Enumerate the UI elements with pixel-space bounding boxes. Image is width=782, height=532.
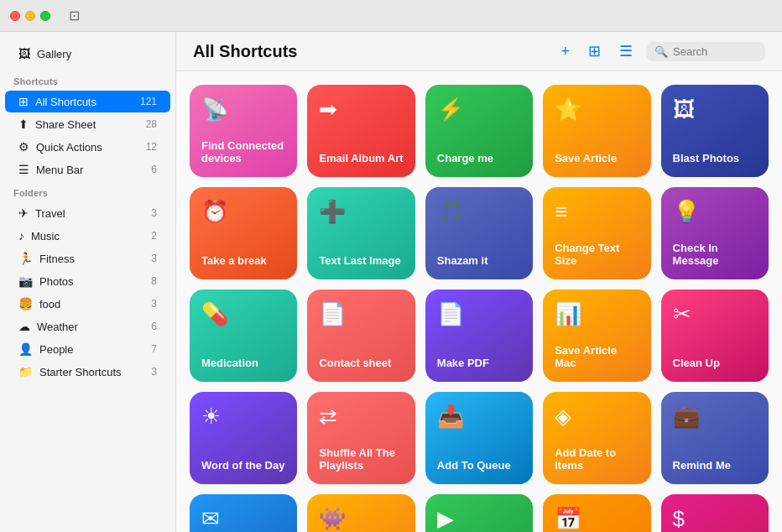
shortcut-card-email-myself[interactable]: ✉Email Myself — [190, 494, 297, 532]
contact-sheet-label: Contact sheet — [319, 357, 403, 370]
gallery-label: Gallery — [37, 48, 157, 60]
gallery-icon: 🖼 — [18, 47, 30, 60]
search-box: 🔍 — [646, 42, 765, 61]
maximize-button[interactable] — [40, 11, 50, 21]
list-view-button[interactable]: ☰ — [614, 40, 638, 62]
shortcut-card-text-last-image[interactable]: ➕Text Last Image — [307, 187, 414, 279]
shortcut-card-shazam-it[interactable]: 🎵Shazam it — [425, 187, 533, 279]
calculate-tip-icon: $ — [673, 506, 757, 532]
word-of-the-day-icon: ☀ — [201, 404, 285, 430]
share-sheet-icon: ⬆ — [18, 117, 29, 131]
shortcut-card-medication[interactable]: 💊Medication — [190, 289, 297, 382]
shortcut-card-add-date-to-items[interactable]: ◈Add Date to Items — [543, 392, 650, 484]
food-label: food — [39, 298, 144, 310]
remind-me-icon: 💼 — [673, 404, 757, 430]
title-bar: ⊡ — [0, 0, 782, 32]
add-to-queue-icon: 📥 — [437, 404, 521, 430]
shortcut-card-how-many-days-until[interactable]: 📅How Many Days Until — [543, 494, 650, 532]
page-title: All Shortcuts — [193, 42, 555, 61]
make-pdf-label: Make PDF — [437, 357, 521, 370]
sidebar-item-quick-actions[interactable]: ⚙Quick Actions12 — [5, 136, 170, 158]
starter-shortcuts-label: Starter Shortcuts — [39, 366, 144, 378]
shortcut-card-add-to-queue[interactable]: 📥Add To Queue — [425, 392, 533, 484]
shortcut-card-save-article-mac[interactable]: 📊Save Article Mac — [543, 289, 650, 382]
quick-actions-label: Quick Actions — [36, 141, 139, 154]
people-icon: 👤 — [18, 342, 33, 356]
search-input[interactable] — [673, 45, 757, 58]
shuffle-all-the-playlists-label: Shuffle All The Playlists — [319, 446, 403, 472]
sidebar-item-food[interactable]: 🍔food3 — [5, 293, 170, 315]
header-actions: + ⊞ ☰ 🔍 — [555, 40, 765, 62]
save-article-icon: ⭐ — [555, 96, 639, 123]
sidebar-item-fitness[interactable]: 🏃Fitness3 — [5, 248, 170, 269]
shazam-it-label: Shazam it — [437, 254, 521, 268]
shortcut-card-make-pdf[interactable]: 📄Make PDF — [425, 289, 533, 382]
blast-photos-label: Blast Photos — [673, 152, 757, 165]
sidebar-item-share-sheet[interactable]: ⬆Share Sheet28 — [5, 113, 170, 135]
word-of-the-day-label: Word of the Day — [201, 459, 285, 472]
close-button[interactable] — [10, 11, 20, 21]
shortcut-card-save-article[interactable]: ⭐Save Article — [543, 85, 650, 177]
fitness-icon: 🏃 — [18, 252, 33, 265]
minimize-button[interactable] — [25, 11, 35, 21]
shuffle-all-the-playlists-icon: ⇄ — [319, 404, 403, 430]
shortcut-card-calculate-tip[interactable]: $Calculate Tip — [661, 494, 769, 532]
starter-shortcuts-count: 3 — [151, 366, 157, 378]
shortcut-card-email-album-art[interactable]: ➡Email Album Art — [307, 85, 414, 177]
fitness-count: 3 — [151, 253, 157, 264]
sidebar-toggle-button[interactable]: ⊡ — [64, 6, 85, 25]
shortcut-card-clean-up[interactable]: ✂Clean Up — [661, 289, 769, 382]
text-last-image-label: Text Last Image — [319, 254, 403, 268]
shortcut-card-charge-me[interactable]: ⚡Charge me — [425, 85, 533, 177]
grid-view-button[interactable]: ⊞ — [583, 40, 606, 62]
contact-sheet-icon: 📄 — [319, 301, 403, 327]
sidebar-item-photos[interactable]: 📷Photos8 — [5, 270, 170, 292]
text-last-image-icon: ➕ — [319, 199, 403, 225]
sidebar: 🖼 Gallery Shortcuts⊞All Shortcuts121⬆Sha… — [0, 32, 176, 532]
blast-photos-icon: 🖼 — [673, 96, 757, 123]
gas-on-this-street-icon: 👾 — [319, 506, 403, 532]
fitness-label: Fitness — [39, 253, 144, 265]
how-many-days-until-icon: 📅 — [555, 506, 639, 532]
sidebar-item-gallery[interactable]: 🖼 Gallery — [5, 43, 170, 65]
shortcut-card-shuffle-all-the-playlists[interactable]: ⇄Shuffle All The Playlists — [307, 392, 414, 484]
sidebar-sections: Shortcuts⊞All Shortcuts121⬆Share Sheet28… — [0, 70, 175, 383]
all-shortcuts-label: All Shortcuts — [35, 96, 133, 108]
medication-label: Medication — [201, 357, 285, 370]
shortcut-card-blast-photos[interactable]: 🖼Blast Photos — [661, 85, 769, 177]
save-article-mac-icon: 📊 — [555, 301, 639, 327]
shortcut-card-sort-lines[interactable]: ▶Sort Lines — [425, 494, 533, 532]
weather-label: Weather — [37, 321, 144, 333]
shortcut-card-take-a-break[interactable]: ⏰Take a break — [190, 187, 297, 279]
weather-icon: ☁ — [18, 320, 30, 333]
find-connected-devices-icon: 📡 — [201, 96, 285, 123]
main-content: All Shortcuts + ⊞ ☰ 🔍 📡Find Connected de… — [176, 32, 782, 532]
email-album-art-icon: ➡ — [319, 96, 403, 123]
travel-icon: ✈ — [18, 206, 29, 220]
add-to-queue-label: Add To Queue — [437, 459, 521, 472]
share-sheet-label: Share Sheet — [35, 118, 139, 131]
sidebar-item-menu-bar[interactable]: ☰Menu Bar6 — [5, 159, 170, 180]
sort-lines-icon: ▶ — [437, 506, 521, 532]
sidebar-item-all-shortcuts[interactable]: ⊞All Shortcuts121 — [5, 91, 170, 112]
sidebar-item-travel[interactable]: ✈Travel3 — [5, 202, 170, 224]
photos-label: Photos — [39, 275, 144, 288]
shortcut-card-find-connected-devices[interactable]: 📡Find Connected devices — [190, 85, 297, 177]
menu-bar-count: 6 — [151, 164, 157, 175]
shortcut-card-check-in-message[interactable]: 💡Check In Message — [661, 187, 769, 279]
sidebar-item-music[interactable]: ♪Music2 — [5, 225, 170, 247]
shortcut-card-gas-on-this-street[interactable]: 👾Gas On This Street — [307, 494, 414, 532]
sidebar-item-weather[interactable]: ☁Weather6 — [5, 316, 170, 337]
add-button[interactable]: + — [555, 41, 575, 62]
shortcut-card-remind-me[interactable]: 💼Remind Me — [661, 392, 769, 484]
save-article-mac-label: Save Article Mac — [555, 344, 639, 370]
sidebar-item-people[interactable]: 👤People7 — [5, 338, 170, 360]
charge-me-icon: ⚡ — [437, 96, 521, 123]
shortcut-card-change-text-size[interactable]: ≡Change Text Size — [543, 187, 650, 279]
quick-actions-count: 12 — [146, 141, 157, 153]
shortcut-card-contact-sheet[interactable]: 📄Contact sheet — [307, 289, 414, 382]
shortcut-card-word-of-the-day[interactable]: ☀Word of the Day — [190, 392, 297, 484]
sidebar-item-starter-shortcuts[interactable]: 📁Starter Shortcuts3 — [5, 361, 170, 383]
add-date-to-items-label: Add Date to Items — [555, 446, 639, 472]
clean-up-icon: ✂ — [673, 301, 757, 327]
